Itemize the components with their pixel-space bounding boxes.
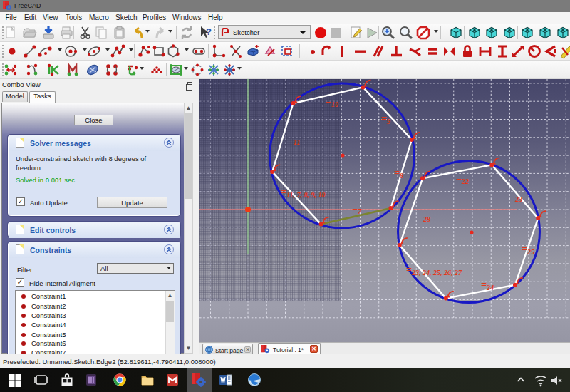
svg-text:?: ? xyxy=(206,26,212,37)
